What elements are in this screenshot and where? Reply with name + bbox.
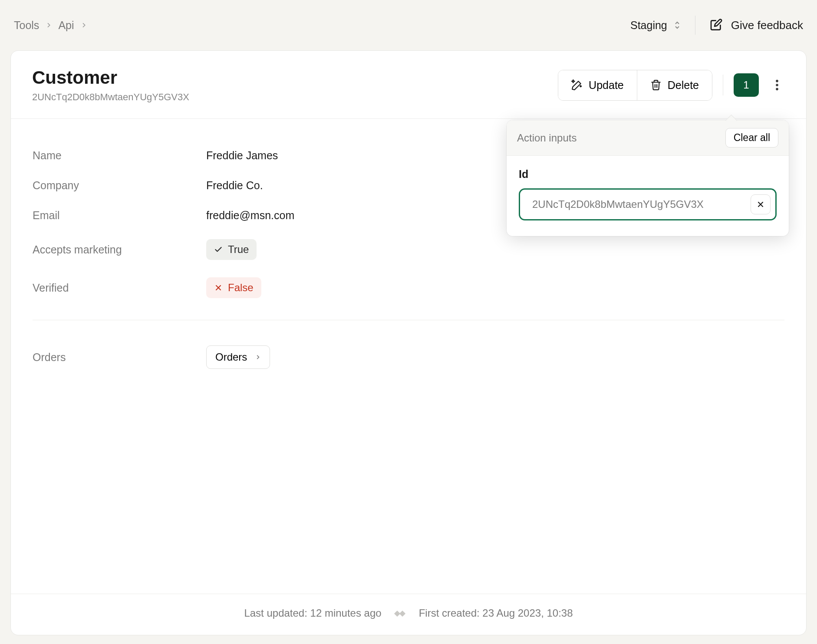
field-value: Freddie Co. <box>206 179 263 192</box>
wand-icon <box>571 79 583 91</box>
field-label: Name <box>33 149 206 162</box>
breadcrumb-item-tools[interactable]: Tools <box>14 19 39 32</box>
action-button-group: Update Delete <box>558 70 712 101</box>
popover-title: Action inputs <box>517 132 577 144</box>
card-actions: Update Delete 1 <box>558 67 785 103</box>
divider <box>695 16 695 35</box>
status-badge-true: True <box>206 239 257 260</box>
field-value: False <box>206 277 261 298</box>
input-wrapper <box>519 188 777 220</box>
clear-input-button[interactable] <box>751 194 771 214</box>
breadcrumb-item-api[interactable]: Api <box>58 19 74 32</box>
card-footer: Last updated: 12 minutes ago First creat… <box>11 594 806 635</box>
page-title: Customer <box>32 67 189 88</box>
first-created-text: First created: 23 Aug 2023, 10:38 <box>419 607 573 619</box>
environment-label: Staging <box>630 19 667 32</box>
breadcrumb: Tools Api <box>14 19 87 32</box>
more-vertical-icon <box>775 79 779 91</box>
status-badge-false: False <box>206 277 261 298</box>
field-label: Verified <box>33 282 206 294</box>
svg-rect-10 <box>399 611 405 617</box>
edit-icon <box>709 18 723 32</box>
status-text: False <box>228 282 254 294</box>
field-value: True <box>206 239 257 260</box>
popover-header: Action inputs Clear all <box>507 120 789 156</box>
status-text: True <box>228 243 249 256</box>
diamond-icon <box>394 608 407 618</box>
field-label: Orders <box>33 351 206 364</box>
popover-body: Id <box>507 156 789 236</box>
divider <box>723 75 723 95</box>
last-updated-text: Last updated: 12 minutes ago <box>244 607 381 619</box>
delete-label: Delete <box>668 79 699 92</box>
field-row-orders: Orders Orders <box>33 337 784 378</box>
field-label: Email <box>33 209 206 222</box>
trash-icon <box>650 79 662 91</box>
action-inputs-popover: Action inputs Clear all Id <box>507 120 789 236</box>
field-row-verified: Verified False <box>33 269 784 307</box>
svg-point-4 <box>776 88 778 91</box>
field-value: Orders <box>206 345 270 369</box>
check-icon <box>214 245 223 254</box>
title-block: Customer 2UNcTq2D0k8bMwtaenYUgY5GV3X <box>32 67 189 103</box>
chevron-right-icon <box>255 354 261 360</box>
delete-button[interactable]: Delete <box>637 70 712 100</box>
x-icon <box>756 200 765 209</box>
x-icon <box>214 283 223 292</box>
field-label: Company <box>33 179 206 192</box>
field-row-accepts-marketing: Accepts marketing True <box>33 230 784 269</box>
card-header: Customer 2UNcTq2D0k8bMwtaenYUgY5GV3X Upd… <box>11 51 806 119</box>
chevron-right-icon <box>80 22 87 29</box>
top-header: Tools Api Staging Give feedback <box>10 9 807 50</box>
main-card: Customer 2UNcTq2D0k8bMwtaenYUgY5GV3X Upd… <box>10 50 807 635</box>
chevron-right-icon <box>45 22 52 29</box>
chevron-up-down-icon <box>673 20 681 30</box>
clear-all-button[interactable]: Clear all <box>725 128 778 148</box>
update-button[interactable]: Update <box>558 70 637 100</box>
field-value: Freddie James <box>206 149 278 162</box>
page-subtitle: 2UNcTq2D0k8bMwtaenYUgY5GV3X <box>32 92 189 103</box>
inputs-count-badge[interactable]: 1 <box>734 73 759 97</box>
header-actions: Staging Give feedback <box>630 16 803 35</box>
id-input[interactable] <box>519 188 777 220</box>
svg-point-3 <box>776 84 778 86</box>
orders-button-label: Orders <box>215 351 247 363</box>
update-label: Update <box>589 79 624 92</box>
give-feedback-button[interactable]: Give feedback <box>709 18 803 32</box>
orders-button[interactable]: Orders <box>206 345 270 369</box>
divider <box>33 320 784 320</box>
more-menu-button[interactable] <box>769 76 785 94</box>
svg-point-2 <box>776 80 778 82</box>
popover-field-label: Id <box>519 168 777 181</box>
environment-selector[interactable]: Staging <box>630 19 681 32</box>
field-label: Accepts marketing <box>33 243 206 256</box>
give-feedback-label: Give feedback <box>731 19 803 32</box>
field-value: freddie@msn.com <box>206 209 294 222</box>
